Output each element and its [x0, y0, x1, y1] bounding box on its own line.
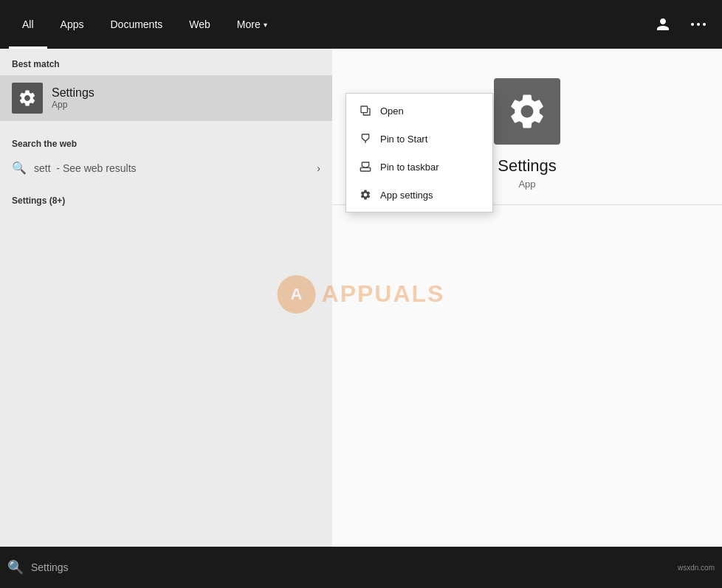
best-match-label: Best match: [0, 49, 332, 75]
tab-apps-label: Apps: [61, 18, 84, 30]
tab-more[interactable]: More ▾: [224, 0, 281, 49]
search-web-label: Search the web: [0, 128, 332, 155]
svg-point-0: [691, 23, 694, 26]
tab-all-label: All: [22, 18, 34, 30]
settings-app-type: App: [52, 100, 94, 110]
top-nav: All Apps Documents Web More ▾: [0, 0, 722, 49]
taskbar-search-icon: 🔍: [7, 559, 24, 575]
taskbar-search-input[interactable]: Settings: [31, 561, 678, 573]
chevron-down-icon: ▾: [264, 21, 267, 29]
search-icon: 🔍: [12, 161, 27, 175]
search-web-suffix: - See web results: [56, 162, 136, 174]
gear-icon: [358, 187, 373, 202]
arrow-right-icon: ›: [317, 162, 320, 174]
svg-point-1: [697, 23, 700, 26]
context-menu-pin-start[interactable]: Pin to Start: [346, 125, 492, 153]
tab-all[interactable]: All: [9, 0, 47, 49]
search-web-section: Search the web 🔍 sett - See web results …: [0, 121, 332, 188]
context-menu-open[interactable]: Open: [346, 97, 492, 125]
tab-more-label: More: [237, 18, 261, 30]
right-app-type: App: [518, 179, 535, 190]
main-area: Best match Settings App Search the web 🔍…: [0, 49, 722, 547]
person-icon-button[interactable]: [648, 10, 678, 39]
settings-app-icon-small: [12, 83, 43, 114]
context-app-settings-label: App settings: [380, 190, 433, 201]
context-pin-taskbar-label: Pin to taskbar: [380, 162, 439, 173]
taskbar: 🔍 Settings wsxdn.com: [0, 547, 722, 588]
context-pin-start-label: Pin to Start: [380, 134, 427, 145]
search-web-query: sett: [34, 162, 51, 174]
settings-app-icon-large: [494, 78, 560, 145]
search-web-text: sett - See web results: [34, 162, 317, 174]
context-menu: Open Pin to Start Pin to taskbar App set…: [345, 93, 493, 212]
left-panel: Best match Settings App Search the web 🔍…: [0, 49, 332, 547]
tab-web[interactable]: Web: [176, 0, 224, 49]
open-icon: [358, 103, 373, 118]
more-options-button[interactable]: [684, 10, 713, 39]
tab-documents-label: Documents: [110, 18, 162, 30]
pin-taskbar-icon: [358, 159, 373, 174]
tab-documents[interactable]: Documents: [97, 0, 176, 49]
best-match-settings-item[interactable]: Settings App: [0, 75, 332, 121]
taskbar-brand: wsxdn.com: [678, 564, 715, 572]
context-open-label: Open: [380, 106, 404, 117]
right-panel: Settings App Open Pin to Start Pin: [332, 49, 722, 547]
nav-actions: [648, 10, 713, 39]
pin-start-icon: [358, 131, 373, 146]
svg-rect-3: [361, 106, 368, 113]
settings-group-label: Settings (8+): [0, 188, 332, 210]
tab-web-label: Web: [189, 18, 210, 30]
context-menu-pin-taskbar[interactable]: Pin to taskbar: [346, 153, 492, 181]
search-web-item[interactable]: 🔍 sett - See web results ›: [0, 155, 332, 181]
svg-point-2: [703, 23, 706, 26]
tab-apps[interactable]: Apps: [47, 0, 97, 49]
settings-app-info: Settings App: [52, 86, 94, 110]
context-menu-app-settings[interactable]: App settings: [346, 181, 492, 209]
right-app-name: Settings: [498, 156, 557, 176]
settings-app-name: Settings: [52, 86, 94, 100]
